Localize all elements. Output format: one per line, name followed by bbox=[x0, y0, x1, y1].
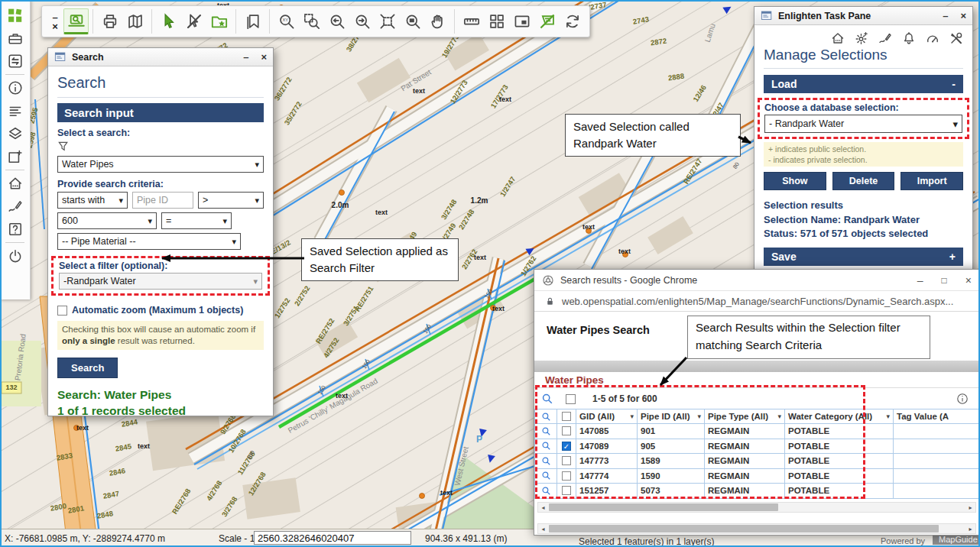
chrome-maximize-button[interactable]: □ bbox=[942, 275, 947, 286]
tp-settings-icon[interactable] bbox=[855, 31, 868, 45]
save-section-header[interactable]: Save+ bbox=[764, 248, 963, 266]
column-header[interactable]: Pipe Type (All)▾ bbox=[705, 409, 785, 424]
select-all-checkbox[interactable] bbox=[566, 394, 576, 404]
sidebar-help-button[interactable] bbox=[4, 218, 27, 240]
sidebar-layers-button[interactable] bbox=[4, 123, 27, 144]
column-header[interactable]: Pipe ID (All)▾ bbox=[638, 409, 705, 424]
expand-icon[interactable]: + bbox=[949, 251, 956, 263]
tp-dashboard-icon[interactable] bbox=[926, 31, 939, 45]
toolbar-select-arrow-button[interactable] bbox=[156, 8, 181, 34]
toolbar-tiles-button[interactable] bbox=[484, 8, 509, 34]
toolbar-refresh-button[interactable] bbox=[560, 8, 585, 34]
toolbar-close-button[interactable]: × bbox=[52, 22, 58, 31]
search-panel: Search – × Search Search input Select a … bbox=[47, 47, 274, 416]
pipe-material-select[interactable]: -- Pipe Material --▾ bbox=[57, 233, 241, 250]
import-button[interactable]: Import bbox=[900, 172, 963, 190]
search-type-select[interactable]: Water Pipes▾ bbox=[57, 156, 264, 173]
toolbox-icon bbox=[8, 31, 23, 46]
row-checkbox[interactable] bbox=[562, 486, 571, 495]
sidebar-app-grid-button[interactable] bbox=[4, 5, 27, 26]
table-horizontal-scrollbar[interactable]: ◂ ▸ bbox=[537, 502, 976, 513]
search-panel-titlebar[interactable]: Search – × bbox=[48, 48, 273, 66]
search-panel-close-button[interactable]: × bbox=[261, 51, 267, 63]
row-search-icon[interactable] bbox=[534, 484, 557, 499]
tp-alerts-icon[interactable] bbox=[902, 31, 916, 45]
chrome-url-bar[interactable]: web.openspatial.com/enlighten5/Map_Manag… bbox=[534, 291, 979, 312]
toolbar-print-button[interactable] bbox=[97, 8, 122, 34]
toolbar-minimize-button[interactable]: – bbox=[52, 13, 57, 21]
task-pane-minimize-button[interactable]: – bbox=[943, 10, 948, 21]
toolbar-zoom-prev-button[interactable] bbox=[324, 8, 349, 34]
scale-input[interactable] bbox=[254, 531, 411, 545]
toolbar-pan-button[interactable] bbox=[425, 8, 450, 34]
redline-icon[interactable] bbox=[878, 31, 892, 45]
home-icon[interactable] bbox=[831, 31, 845, 45]
row-checkbox[interactable]: ✓ bbox=[562, 442, 571, 451]
search-tool-button[interactable] bbox=[63, 8, 89, 34]
toolbar-map-fold-button[interactable] bbox=[122, 8, 148, 34]
sidebar-add-frame-button[interactable] bbox=[4, 146, 27, 167]
toolbar-bookmark-button[interactable] bbox=[240, 8, 265, 34]
table-row[interactable]: 1477741590REGMAINPOTABLE bbox=[534, 469, 979, 484]
toolbar-zoom-xy-button[interactable]: XY bbox=[274, 8, 299, 34]
automatic-zoom-checkbox[interactable] bbox=[57, 306, 67, 316]
chrome-titlebar[interactable]: Search results - Google Chrome – □ × bbox=[534, 270, 979, 291]
row-search-icon[interactable] bbox=[534, 469, 557, 484]
filter-select[interactable]: -Randpark Water▾ bbox=[59, 273, 262, 290]
toolbar-save-selection-button[interactable] bbox=[206, 8, 232, 34]
row-checkbox[interactable] bbox=[562, 456, 571, 465]
table-row[interactable]: 147085901REGMAINPOTABLE bbox=[534, 424, 979, 439]
column-header[interactable]: GID (All)▾ bbox=[576, 409, 638, 424]
operator-mid-select[interactable]: =▾ bbox=[161, 212, 232, 229]
toolbar-zoom-window-button[interactable] bbox=[299, 8, 324, 34]
search-panel-minimize-button[interactable]: – bbox=[243, 51, 248, 63]
chrome-minimize-button[interactable]: – bbox=[917, 274, 923, 286]
value-select[interactable]: 600▾ bbox=[57, 212, 157, 229]
load-section-header[interactable]: Load- bbox=[764, 75, 963, 93]
delete-button[interactable]: Delete bbox=[832, 172, 895, 190]
pipe-id-input[interactable]: Pipe ID bbox=[132, 192, 193, 209]
task-pane-titlebar[interactable]: Enlighten Task Pane – × bbox=[754, 7, 972, 25]
page-horizontal-scrollbar[interactable]: ◂ ▸ bbox=[537, 523, 976, 534]
cursor-coordinates: X: -76681.0985 m, Y: -2889274.4770 m bbox=[5, 533, 165, 544]
tp-tools-icon[interactable] bbox=[949, 31, 963, 45]
row-search-icon[interactable] bbox=[534, 454, 557, 469]
toolbar-unselect-button[interactable] bbox=[181, 8, 206, 34]
row-search-icon[interactable] bbox=[534, 439, 557, 455]
sidebar-toolbox-button[interactable] bbox=[4, 28, 27, 49]
sidebar-home-button[interactable] bbox=[4, 173, 27, 194]
sidebar-redline-button[interactable] bbox=[4, 196, 27, 217]
table-row[interactable]: 1512575073REGMAINPOTABLE bbox=[534, 484, 979, 499]
info-icon[interactable] bbox=[956, 393, 969, 405]
sidebar-swap-panel-button[interactable] bbox=[4, 50, 27, 72]
table-row[interactable]: ✓147089905REGMAINPOTABLE bbox=[534, 439, 979, 455]
sidebar-legend-list-button[interactable] bbox=[4, 100, 27, 121]
toolbar-zoom-selected-button[interactable] bbox=[400, 8, 425, 34]
cell-water-category: POTABLE bbox=[785, 439, 894, 455]
row-search-icon[interactable] bbox=[534, 424, 557, 439]
toolbar-zoom-next-button[interactable] bbox=[349, 8, 375, 34]
header-checkbox[interactable] bbox=[562, 412, 571, 421]
sidebar-power-button[interactable] bbox=[4, 245, 27, 267]
task-pane-close-button[interactable]: × bbox=[960, 10, 966, 21]
toolbar-no-labels-button[interactable] bbox=[534, 8, 560, 34]
match-operator-select[interactable]: starts with▾ bbox=[57, 192, 128, 209]
db-selection-select[interactable]: - Randpark Water▾ bbox=[764, 115, 962, 133]
toolbar-measure-button[interactable] bbox=[459, 8, 484, 34]
row-checkbox[interactable] bbox=[562, 471, 571, 481]
toolbar-overview-button[interactable] bbox=[509, 8, 534, 34]
show-button[interactable]: Show bbox=[764, 172, 826, 190]
column-header[interactable]: Tag Value (A bbox=[894, 409, 979, 424]
table-row[interactable]: 1477731589REGMAINPOTABLE bbox=[534, 454, 979, 469]
row-checkbox[interactable] bbox=[562, 426, 571, 435]
column-header[interactable]: Water Category (All)▾ bbox=[785, 409, 894, 424]
toolbar-zoom-extents-button[interactable] bbox=[375, 8, 400, 34]
collapse-icon[interactable]: - bbox=[952, 78, 956, 90]
sidebar-info-button[interactable] bbox=[4, 77, 27, 99]
search-icon[interactable] bbox=[534, 393, 553, 405]
operator-top-select[interactable]: >▾ bbox=[198, 192, 264, 209]
search-heading: Search bbox=[57, 74, 264, 92]
chrome-close-button[interactable]: × bbox=[965, 274, 972, 286]
row-search-icon[interactable] bbox=[534, 409, 557, 424]
search-button[interactable]: Search bbox=[57, 358, 118, 378]
